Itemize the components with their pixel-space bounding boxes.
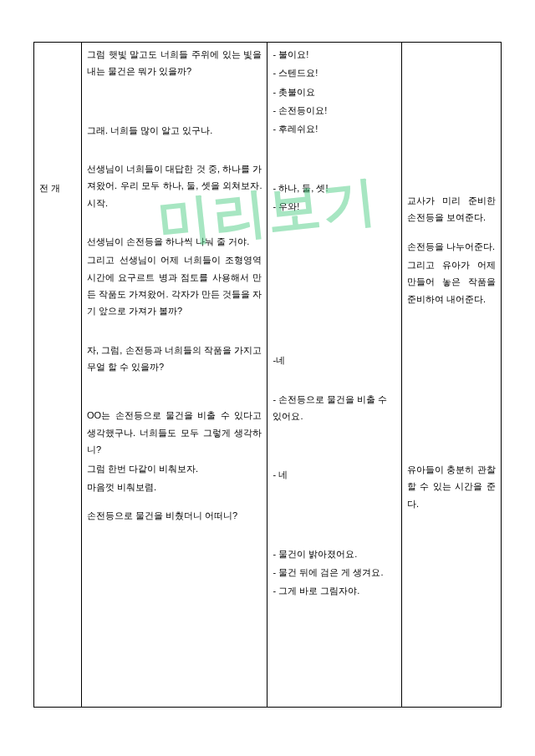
student-line: - 불이요! — [273, 46, 395, 63]
note-line: 유아들이 충분히 관찰할 수 있는 시간을 준다. — [407, 461, 496, 512]
student-line: -네 — [273, 352, 395, 368]
teacher-line: 선생님이 손전등을 하나씩 나눠 줄 거야. — [87, 233, 262, 250]
student-line: - 그게 바로 그림자야. — [273, 582, 395, 599]
teacher-line: 그리고 선생님이 어제 너희들이 조형영역 시간에 요구르트 병과 점토를 사용… — [87, 251, 262, 319]
student-cell: - 불이요! - 스텐드요! - 촛불이요 - 손전등이요! - 후레쉬요! -… — [268, 43, 401, 708]
note-line: 그리고 유아가 어제 만들어 놓은 작품을 준비하여 내어준다. — [407, 256, 496, 307]
teacher-line: 마음껏 비춰보렴. — [87, 479, 262, 495]
teacher-line: 자, 그럼, 손전등과 너희들의 작품을 가지고 무얼 할 수 있을까? — [87, 342, 262, 376]
phase-label: 전 개 — [39, 180, 76, 196]
student-line: - 손전등이요! — [273, 102, 395, 119]
student-line: - 우와! — [273, 198, 395, 215]
student-line: - 네 — [273, 466, 395, 483]
student-line: - 물건 뒤에 검은 게 생겨요. — [273, 564, 395, 581]
note-line: 손전등을 나누어준다. — [407, 238, 496, 255]
teacher-line: 그럼 햇빛 말고도 너희들 주위에 있는 빛을 내는 물건은 뭐가 있을까? — [87, 46, 262, 80]
phase-cell: 전 개 — [34, 43, 82, 708]
teacher-line: 그래. 너희들 많이 알고 있구나. — [87, 122, 262, 139]
teacher-line: 그럼 한번 다같이 비춰보자. — [87, 460, 262, 477]
student-line: - 물건이 밝아졌어요. — [273, 545, 395, 562]
teacher-line: 선생님이 너희들이 대답한 것 중, 하나를 가져왔어. 우리 모두 하나, 둘… — [87, 160, 262, 211]
student-line: - 촛불이요 — [273, 84, 395, 100]
student-line: - 후레쉬요! — [273, 120, 395, 137]
note-line: 교사가 미리 준비한 손전등을 보여준다. — [407, 192, 496, 226]
teacher-line: 손전등으로 물건을 비췄더니 어떠니? — [87, 507, 262, 524]
teacher-cell: 그럼 햇빛 말고도 너희들 주위에 있는 빛을 내는 물건은 뭐가 있을까? 그… — [81, 43, 268, 708]
teacher-line: OO는 손전등으로 물건을 비출 수 있다고 생각했구나. 너희들도 모두 그렇… — [87, 407, 262, 458]
notes-cell: 교사가 미리 준비한 손전등을 보여준다. 손전등을 나누어준다. 그리고 유아… — [401, 43, 501, 708]
student-line: - 손전등으로 물건을 비출 수 있어요. — [273, 391, 395, 425]
lesson-plan-table: 전 개 그럼 햇빛 말고도 너희들 주위에 있는 빛을 내는 물건은 뭐가 있을… — [33, 42, 502, 708]
student-line: - 하나, 둘, 셋! — [273, 180, 395, 196]
student-line: - 스텐드요! — [273, 64, 395, 81]
